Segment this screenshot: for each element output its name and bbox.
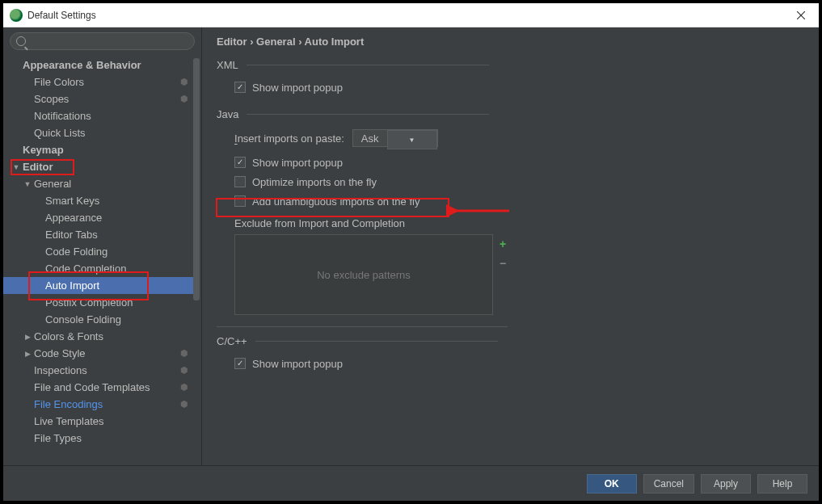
tree-item[interactable]: Code Completion — [3, 260, 193, 277]
close-button[interactable] — [785, 4, 817, 27]
tree-item[interactable]: Scopes⬢ — [3, 90, 193, 107]
tree-item-label: Appearance & Behavior — [23, 59, 141, 71]
xml-show-popup-label[interactable]: Show import popup — [252, 82, 343, 94]
java-optimize-label[interactable]: Optimize imports on the fly — [252, 176, 377, 188]
tree-item-label: Quick Lists — [34, 127, 86, 139]
app-icon — [10, 9, 23, 22]
tree-item-label: File Types — [34, 432, 82, 444]
tree-item-label: Appearance — [45, 212, 102, 224]
tree-item-label: Keymap — [23, 144, 64, 156]
tree-item[interactable]: ▶Code Style⬢ — [3, 345, 193, 362]
breadcrumb: Editor › General › Auto Import — [217, 36, 804, 48]
chevron-right-icon: ▶ — [23, 333, 32, 341]
tree-item[interactable]: File Encodings⬢ — [3, 396, 193, 413]
tree-item[interactable]: Notifications — [3, 107, 193, 124]
tree-item-label: Live Templates — [34, 415, 103, 427]
tree-item[interactable]: Editor Tabs — [3, 226, 193, 243]
tree-item-label: Editor Tabs — [45, 229, 98, 241]
cpp-show-popup-label[interactable]: Show import popup — [252, 358, 343, 370]
java-show-popup-checkbox[interactable] — [234, 157, 246, 168]
tree-item[interactable]: Appearance & Behavior — [3, 57, 193, 74]
content-pane: Editor › General › Auto Import XML Show … — [202, 27, 819, 465]
remove-exclude-button[interactable]: − — [495, 255, 511, 271]
chevron-down-icon: ▼ — [387, 130, 437, 149]
chevron-down-icon: ▼ — [11, 163, 21, 171]
java-optimize-checkbox[interactable] — [234, 176, 246, 187]
tree-item[interactable]: Smart Keys — [3, 192, 193, 209]
titlebar: Default Settings — [3, 3, 819, 27]
tree-item-label: Code Style — [34, 347, 86, 359]
ok-button[interactable]: OK — [587, 474, 637, 494]
project-scope-icon: ⬢ — [182, 382, 193, 393]
cancel-button[interactable]: Cancel — [643, 474, 694, 494]
exclude-list[interactable]: No exclude patterns — [234, 234, 493, 315]
tree-item-label: File Encodings — [34, 398, 103, 410]
tree-scrollbar[interactable] — [193, 58, 200, 462]
tree-item-label: Colors & Fonts — [34, 330, 103, 342]
java-show-popup-label[interactable]: Show import popup — [252, 157, 343, 169]
tree-item-label: General — [34, 178, 71, 190]
section-xml-title: XML — [217, 59, 238, 71]
tree-item-label: File Colors — [34, 76, 84, 88]
tree-item[interactable]: Keymap — [3, 141, 193, 158]
tree-item[interactable]: File and Code Templates⬢ — [3, 379, 193, 396]
section-cpp: C/C++ — [217, 335, 804, 347]
apply-button[interactable]: Apply — [701, 474, 751, 494]
tree-item-label: Code Completion — [45, 262, 126, 275]
tree-item-label: Notifications — [34, 110, 91, 122]
window-title: Default Settings — [27, 10, 96, 21]
close-icon — [797, 11, 805, 19]
xml-show-popup-checkbox[interactable] — [234, 82, 246, 93]
tree-item[interactable]: Appearance — [3, 209, 193, 226]
tree-item[interactable]: Live Templates — [3, 413, 193, 430]
tree-item-label: Code Folding — [45, 246, 107, 258]
section-xml: XML — [217, 59, 804, 71]
divider — [217, 326, 508, 327]
tree-item[interactable]: Postfix Completion — [3, 294, 193, 311]
sidebar: Appearance & BehaviorFile Colors⬢Scopes⬢… — [3, 27, 202, 465]
tree-item[interactable]: Console Folding — [3, 311, 193, 328]
tree-item[interactable]: File Colors⬢ — [3, 74, 193, 90]
chevron-down-icon: ▼ — [23, 180, 32, 188]
tree-item-label: Auto Import — [45, 279, 99, 292]
search-input[interactable] — [10, 32, 195, 50]
tree-item[interactable]: ▼General — [3, 175, 193, 192]
tree-item[interactable]: ▶Colors & Fonts — [3, 328, 193, 345]
tree-item[interactable]: File Types — [3, 430, 193, 447]
tree-item-label: Scopes — [34, 93, 69, 105]
section-java-title: Java — [217, 108, 238, 120]
settings-tree: Appearance & BehaviorFile Colors⬢Scopes⬢… — [3, 55, 193, 465]
exclude-placeholder: No exclude patterns — [317, 269, 411, 281]
project-scope-icon: ⬢ — [182, 348, 193, 359]
java-unambiguous-checkbox[interactable] — [234, 195, 246, 207]
tree-item[interactable]: Auto Import — [3, 277, 193, 294]
tree-item-label: Postfix Completion — [45, 296, 133, 309]
insert-imports-value: Ask — [353, 130, 387, 146]
insert-imports-combo[interactable]: Ask ▼ — [352, 129, 438, 147]
chevron-right-icon: ▶ — [23, 350, 32, 358]
search-icon — [16, 36, 26, 46]
help-button[interactable]: Help — [757, 474, 807, 494]
section-java: Java — [217, 108, 804, 120]
tree-item[interactable]: ▼Editor — [3, 158, 193, 175]
tree-item-label: Console Folding — [45, 313, 121, 326]
exclude-label: Exclude from Import and Completion — [234, 217, 804, 229]
dialog-footer: OK Cancel Apply Help — [3, 465, 819, 501]
section-cpp-title: C/C++ — [217, 335, 247, 347]
project-scope-icon: ⬢ — [182, 94, 193, 105]
tree-item[interactable]: Quick Lists — [3, 124, 193, 141]
project-scope-icon: ⬢ — [182, 399, 193, 410]
tree-item-label: Inspections — [34, 364, 87, 376]
cpp-show-popup-checkbox[interactable] — [234, 358, 246, 369]
tree-item-label: Smart Keys — [45, 195, 99, 207]
tree-item-label: File and Code Templates — [34, 381, 150, 393]
insert-imports-label: Insert imports on paste: — [234, 132, 344, 145]
tree-item[interactable]: Code Folding — [3, 243, 193, 260]
tree-item-label: Editor — [23, 161, 53, 173]
add-exclude-button[interactable]: + — [495, 236, 511, 252]
project-scope-icon: ⬢ — [182, 77, 193, 88]
scrollbar-thumb[interactable] — [193, 58, 200, 300]
java-unambiguous-label[interactable]: Add unambiguous imports on the fly — [252, 195, 419, 208]
project-scope-icon: ⬢ — [182, 365, 193, 376]
tree-item[interactable]: Inspections⬢ — [3, 362, 193, 379]
